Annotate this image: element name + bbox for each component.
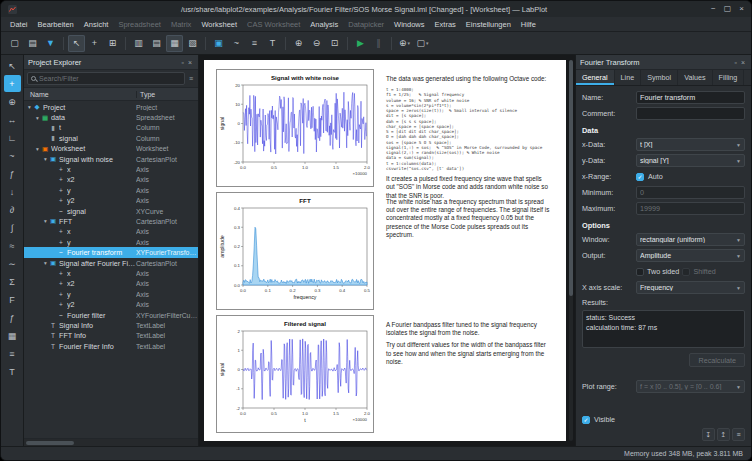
integration-icon[interactable]: ∫ — [4, 219, 21, 236]
zoom-out-button[interactable]: ⊖ — [308, 35, 325, 52]
tab-line[interactable]: Line — [615, 70, 642, 85]
tree-item-x2[interactable]: +x2Axis — [24, 279, 198, 289]
template-load-button[interactable]: ↧ — [702, 428, 715, 441]
scrollbar-handle[interactable] — [26, 441, 74, 445]
cursor-icon[interactable]: ↖ — [4, 57, 21, 74]
pan-icon[interactable]: ↔ — [4, 111, 21, 128]
close-button[interactable]: × — [739, 5, 744, 13]
worksheet-vscrollbar[interactable] — [569, 60, 573, 441]
fourier-transform-icon[interactable]: ƒ — [4, 309, 21, 326]
expander-icon[interactable]: ▾ — [26, 104, 33, 110]
zoom-menu-button[interactable]: ⊕▾ — [396, 35, 413, 52]
tree-item-y2[interactable]: +y2Axis — [24, 196, 198, 206]
y-data-combo[interactable]: signal [Y] ▼ — [636, 154, 745, 167]
tree-item-fft-info[interactable]: TFFT InfoTextLabel — [24, 331, 198, 341]
tree-item-signal-info[interactable]: TSignal InfoTextLabel — [24, 320, 198, 330]
tree-item-signal[interactable]: ~signalXYCurve — [24, 206, 198, 216]
comment-input[interactable] — [636, 107, 745, 120]
maximize-button[interactable]: ▢ — [724, 5, 732, 13]
expander-icon[interactable]: ▾ — [42, 218, 49, 224]
differentiation-icon[interactable]: ∂ — [4, 201, 21, 218]
tree-item-fourier-filter-info[interactable]: TFourier Filter InfoTextLabel — [24, 341, 198, 351]
plot-fft[interactable]: FFT0.40.30.20.10.00.00.10.20.30.40.5freq… — [216, 192, 374, 310]
menu-extras[interactable]: Extras — [430, 17, 461, 31]
search-box[interactable] — [27, 72, 185, 85]
crosshair-tool-button[interactable]: + — [86, 35, 103, 52]
name-input[interactable] — [636, 91, 745, 104]
menu-ansicht[interactable]: Ansicht — [79, 17, 114, 31]
magnifier-menu-button[interactable]: ▢▾ — [414, 35, 431, 52]
menu-einstellungen[interactable]: Einstellungen — [461, 17, 516, 31]
menu-worksheet[interactable]: Worksheet — [196, 17, 242, 31]
fourier-filter-icon[interactable]: F — [4, 291, 21, 308]
tree-item-data[interactable]: ▾▦dataSpreadsheet — [24, 112, 198, 122]
layout-break-button[interactable]: ▧ — [184, 35, 201, 52]
x-data-combo[interactable]: t [X] ▼ — [636, 138, 745, 151]
menu-windows[interactable]: Windows — [389, 17, 429, 31]
two-sided-checkbox[interactable]: ✓ — [636, 268, 644, 276]
column-header-type[interactable]: Type — [136, 91, 198, 98]
x-axis-scale-combo[interactable]: Frequency ▼ — [636, 281, 745, 294]
window-combo[interactable]: rectangular (uniform) ▼ — [636, 233, 745, 246]
tree-item-y[interactable]: +yAxis — [24, 237, 198, 247]
add-legend-button[interactable]: ≡ — [246, 35, 263, 52]
visible-checkbox[interactable]: ✓ — [582, 416, 590, 424]
tree-item-signal[interactable]: ▮signalColumn — [24, 133, 198, 143]
search-input[interactable] — [39, 75, 181, 82]
scrollbar-handle[interactable] — [569, 60, 573, 296]
tab-general[interactable]: General — [576, 70, 615, 85]
histogram-icon[interactable]: ▦ — [4, 327, 21, 344]
menu-analysis[interactable]: Analysis — [305, 17, 343, 31]
play-button[interactable]: ▶ — [352, 35, 369, 52]
add-curve-button[interactable]: ~ — [228, 35, 245, 52]
zoom-select-icon[interactable]: ⊕ — [4, 93, 21, 110]
add-text-icon[interactable]: T — [4, 363, 21, 380]
fit-icon[interactable]: Σ — [4, 273, 21, 290]
tab-symbol[interactable]: Symbol — [641, 70, 678, 85]
document-save-button[interactable]: ▼ — [42, 35, 59, 52]
tree-item-fft[interactable]: ▾▣FFTCartesianPlot — [24, 216, 198, 226]
menu-datei[interactable]: Datei — [5, 17, 33, 31]
tab-values[interactable]: Values — [678, 70, 712, 85]
close-icon[interactable]: × — [739, 59, 747, 66]
menu-hilfe[interactable]: Hilfe — [516, 17, 541, 31]
add-text-label-button[interactable]: T — [264, 35, 281, 52]
auto-range-checkbox[interactable]: ✓ — [636, 173, 644, 181]
output-combo[interactable]: Amplitude ▼ — [636, 249, 745, 262]
tree-item-y[interactable]: +yAxis — [24, 289, 198, 299]
tree-item-x[interactable]: +xAxis — [24, 227, 198, 237]
tree-item-signal-with-noise[interactable]: ▾▣Signal with noiseCartesianPlot — [24, 154, 198, 164]
document-open-button[interactable]: ▤ — [24, 35, 41, 52]
titlebar[interactable]: /usr/share/labplot2/examples/Analysis/Fo… — [1, 1, 751, 17]
zoom-in-button[interactable]: ⊕ — [290, 35, 307, 52]
document-new-button[interactable]: ▢ — [6, 35, 23, 52]
expander-icon[interactable]: ▾ — [42, 156, 49, 162]
tree-item-x2[interactable]: +x2Axis — [24, 175, 198, 185]
template-save-button[interactable]: ↥ — [717, 428, 730, 441]
tree-column-headers[interactable]: Name Type — [24, 88, 198, 101]
tree-item-fourier-filter[interactable]: ~Fourier filterXYFourierFilterCurve — [24, 310, 198, 320]
equation-curve-icon[interactable]: ƒ — [4, 165, 21, 182]
data-reduction-icon[interactable]: ↓ — [4, 183, 21, 200]
tree-item-y[interactable]: +yAxis — [24, 185, 198, 195]
tree-item-y2[interactable]: +y2Axis — [24, 299, 198, 309]
add-axis-icon[interactable]: ∟ — [4, 129, 21, 146]
zoom-fit-button[interactable]: ⊡ — [326, 35, 343, 52]
dock-options-button[interactable]: ≡ — [732, 428, 745, 441]
interpolation-icon[interactable]: ≈ — [4, 237, 21, 254]
layout-vertical-button[interactable]: ▥ — [130, 35, 147, 52]
tree-item-fourier-transform[interactable]: ~Fourier transformXYFourierTransformCurv… — [24, 247, 198, 257]
tab-filling[interactable]: Filling — [713, 70, 745, 85]
plot-filtered-signal[interactable]: Filtered signal210-1-20.00.51.01.52.0×10… — [216, 315, 374, 433]
select-tool-button[interactable]: ↖ — [68, 35, 85, 52]
tree-item-worksheet[interactable]: ▾▣WorksheetWorksheet — [24, 144, 198, 154]
filter-options-icon[interactable]: ≡ — [187, 75, 195, 82]
tree-item-project[interactable]: ▾◆ProjectProject — [24, 102, 198, 112]
close-icon[interactable]: × — [186, 59, 194, 66]
expander-icon[interactable]: ▾ — [34, 146, 41, 152]
tree-item-signal-after-fourier-filter[interactable]: ▾▣Signal after Fourier FilterCartesianPl… — [24, 258, 198, 268]
expander-icon[interactable]: ▾ — [34, 115, 41, 121]
column-header-name[interactable]: Name — [24, 91, 136, 98]
expander-icon[interactable]: ▾ — [42, 260, 49, 266]
tree-item-x[interactable]: +xAxis — [24, 268, 198, 278]
